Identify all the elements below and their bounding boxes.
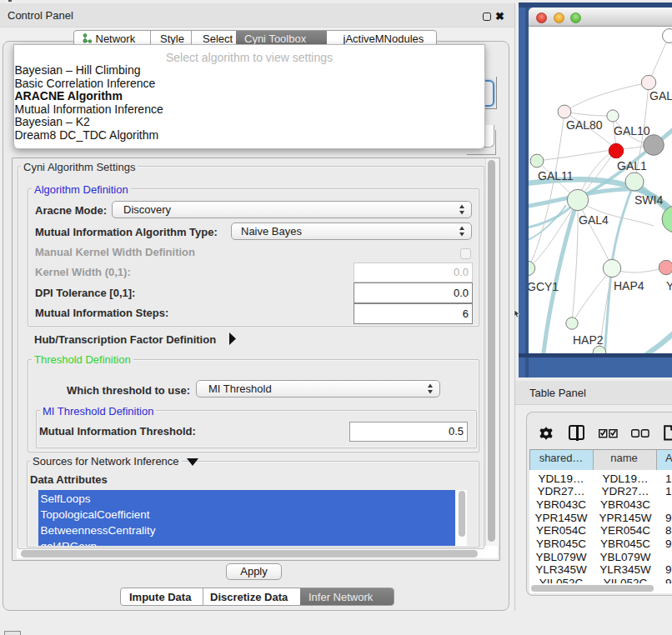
- svg-text:GAL1: GAL1: [617, 159, 647, 172]
- svg-text:Y: Y: [666, 279, 672, 292]
- svg-text:HAP4: HAP4: [614, 279, 644, 292]
- svg-text:SWI4: SWI4: [634, 193, 663, 207]
- svg-text:GCY1: GCY1: [529, 280, 559, 293]
- svg-text:GAL7: GAL7: [649, 89, 672, 102]
- svg-text:HAP2: HAP2: [573, 333, 604, 347]
- svg-text:GAL4: GAL4: [579, 213, 609, 227]
- svg-text:GAL10: GAL10: [614, 124, 650, 138]
- svg-text:GAL80: GAL80: [566, 118, 603, 132]
- svg-text:GAL11: GAL11: [538, 169, 574, 182]
